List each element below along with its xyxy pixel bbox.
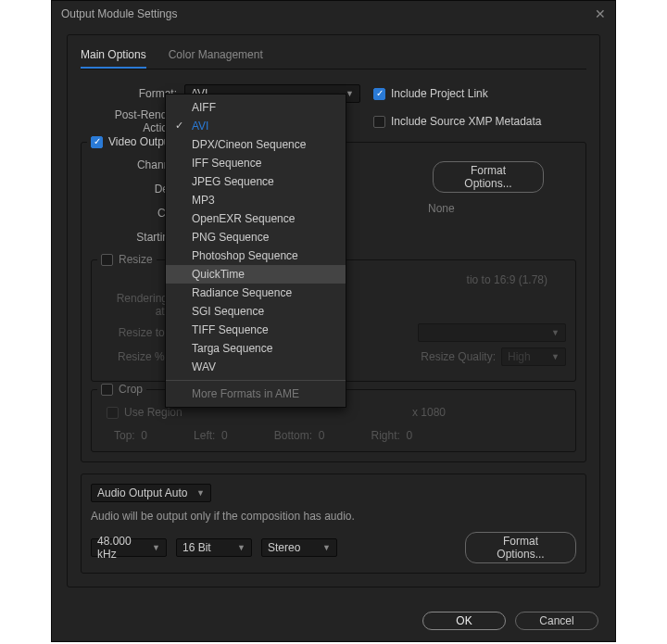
crop-legend: Crop bbox=[119, 383, 143, 396]
dialog-buttons: OK Cancel bbox=[422, 612, 598, 630]
audio-note: Audio will be output only if the composi… bbox=[91, 510, 576, 523]
rendering-at-label: Rendering at: bbox=[101, 292, 175, 318]
checkbox-icon bbox=[101, 254, 113, 266]
window-title: Output Module Settings bbox=[61, 7, 177, 20]
checkbox-icon bbox=[373, 116, 385, 128]
use-region-label: Use Region bbox=[124, 406, 182, 419]
checkbox-icon bbox=[107, 407, 119, 419]
format-option[interactable]: WAV bbox=[166, 358, 346, 376]
chevron-down-icon: ▼ bbox=[237, 543, 245, 552]
ok-button[interactable]: OK bbox=[422, 612, 506, 630]
resize-to-label: Resize to: bbox=[101, 326, 175, 339]
chevron-down-icon: ▼ bbox=[551, 328, 560, 337]
format-option[interactable]: AIFF bbox=[166, 98, 346, 117]
chevron-down-icon: ▼ bbox=[551, 352, 560, 361]
chevron-down-icon: ▼ bbox=[346, 89, 354, 98]
audio-group: Audio Output Auto ▼ Audio will be output… bbox=[81, 474, 586, 574]
format-option[interactable]: OpenEXR Sequence bbox=[166, 209, 346, 228]
output-module-settings-dialog: Output Module Settings ✕ Main Options Co… bbox=[51, 0, 616, 642]
format-option[interactable]: AVI bbox=[166, 117, 346, 135]
format-option[interactable]: Targa Sequence bbox=[166, 339, 346, 358]
close-icon[interactable]: ✕ bbox=[595, 6, 606, 21]
checkbox-checked-icon bbox=[91, 136, 103, 148]
format-option[interactable]: PNG Sequence bbox=[166, 228, 346, 246]
crop-bottom-value[interactable]: 0 bbox=[319, 429, 325, 442]
format-option[interactable]: TIFF Sequence bbox=[166, 321, 346, 339]
audio-rate-select[interactable]: 48.000 kHz▼ bbox=[91, 538, 167, 557]
crop-left-value[interactable]: 0 bbox=[221, 429, 228, 442]
format-option[interactable]: Radiance Sequence bbox=[166, 284, 346, 302]
final-size: x 1080 bbox=[412, 406, 566, 419]
tabs: Main Options Color Management bbox=[81, 44, 586, 69]
titlebar: Output Module Settings ✕ bbox=[52, 1, 615, 27]
format-option[interactable]: SGI Sequence bbox=[166, 302, 346, 321]
resize-quality-label: Resize Quality: bbox=[421, 350, 496, 363]
checkbox-icon bbox=[101, 384, 113, 396]
include-project-link-checkbox[interactable]: Include Project Link bbox=[373, 87, 488, 100]
audio-mode: Audio Output Auto bbox=[97, 486, 187, 499]
audio-channels-select[interactable]: Stereo▼ bbox=[261, 538, 337, 557]
resize-checkbox[interactable] bbox=[101, 254, 113, 266]
resize-quality-select[interactable]: High▼ bbox=[501, 347, 566, 366]
use-region-checkbox[interactable]: Use Region bbox=[107, 406, 182, 419]
video-format-options-button[interactable]: Format Options... bbox=[433, 161, 544, 193]
tab-color-management[interactable]: Color Management bbox=[169, 44, 263, 69]
video-none: None bbox=[400, 202, 576, 215]
chevron-down-icon: ▼ bbox=[196, 488, 205, 498]
checkbox-checked-icon bbox=[373, 88, 385, 100]
crop-checkbox[interactable] bbox=[101, 384, 113, 396]
video-output-checkbox[interactable] bbox=[91, 136, 103, 148]
tab-main-options[interactable]: Main Options bbox=[81, 44, 146, 69]
audio-bit-select[interactable]: 16 Bit▼ bbox=[176, 538, 252, 557]
crop-right-label: Right: bbox=[371, 429, 399, 442]
resize-preset-select[interactable]: ▼ bbox=[418, 323, 566, 342]
format-more-formats[interactable]: More Formats in AME bbox=[166, 385, 346, 403]
format-option[interactable]: IFF Sequence bbox=[166, 154, 346, 172]
crop-right-value[interactable]: 0 bbox=[407, 429, 413, 442]
include-xmp-checkbox[interactable]: Include Source XMP Metadata bbox=[373, 115, 542, 128]
crop-top-label: Top: bbox=[114, 429, 135, 442]
include-xmp-label: Include Source XMP Metadata bbox=[391, 115, 542, 128]
lock-aspect-label: tio to 16:9 (1.78) bbox=[467, 273, 547, 286]
cancel-button[interactable]: Cancel bbox=[515, 612, 598, 630]
resize-pct-label: Resize %: bbox=[101, 350, 175, 363]
chevron-down-icon: ▼ bbox=[152, 543, 160, 552]
format-dropdown-menu[interactable]: AIFFAVIDPX/Cineon SequenceIFF SequenceJP… bbox=[165, 94, 346, 408]
audio-format-options-button[interactable]: Format Options... bbox=[465, 532, 576, 563]
format-option[interactable]: QuickTime bbox=[166, 265, 346, 284]
crop-bottom-label: Bottom: bbox=[274, 429, 312, 442]
format-option[interactable]: JPEG Sequence bbox=[166, 172, 346, 191]
crop-top-value[interactable]: 0 bbox=[141, 429, 147, 442]
format-option[interactable]: Photoshop Sequence bbox=[166, 246, 346, 265]
format-option[interactable]: DPX/Cineon Sequence bbox=[166, 135, 346, 154]
include-project-link-label: Include Project Link bbox=[391, 87, 488, 100]
resize-legend: Resize bbox=[119, 253, 153, 266]
audio-output-mode-select[interactable]: Audio Output Auto ▼ bbox=[91, 484, 211, 502]
format-option[interactable]: MP3 bbox=[166, 191, 346, 209]
chevron-down-icon: ▼ bbox=[322, 543, 331, 552]
crop-left-label: Left: bbox=[194, 429, 215, 442]
video-output-legend: Video Output bbox=[108, 135, 173, 148]
